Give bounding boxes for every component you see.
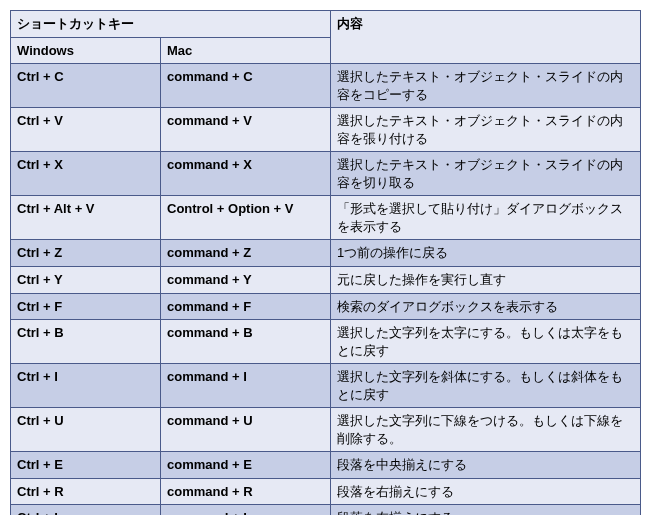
cell-windows: Ctrl + I (11, 364, 161, 408)
cell-mac: command + R (161, 478, 331, 505)
cell-windows: Ctrl + U (11, 408, 161, 452)
cell-windows: Ctrl + C (11, 64, 161, 108)
cell-description: 選択したテキスト・オブジェクト・スライドの内容を張り付ける (331, 108, 641, 152)
cell-mac: command + E (161, 452, 331, 479)
cell-windows: Ctrl + B (11, 320, 161, 364)
cell-mac: command + F (161, 293, 331, 320)
cell-mac: command + B (161, 320, 331, 364)
shortcut-table: ショートカットキー 内容 Windows Mac Ctrl + Ccommand… (10, 10, 641, 515)
table-row: Ctrl + Ucommand + U選択した文字列に下線をつける。もしくは下線… (11, 408, 641, 452)
table-row: Ctrl + Lcommand + L段落を左揃えにする (11, 505, 641, 515)
cell-mac: command + C (161, 64, 331, 108)
cell-description: 選択した文字列に下線をつける。もしくは下線を削除する。 (331, 408, 641, 452)
cell-description: 段落を左揃えにする (331, 505, 641, 515)
cell-description: 「形式を選択して貼り付け」ダイアログボックスを表示する (331, 196, 641, 240)
cell-description: 選択したテキスト・オブジェクト・スライドの内容を切り取る (331, 152, 641, 196)
table-row: Ctrl + Ycommand + Y元に戻した操作を実行し直す (11, 267, 641, 294)
cell-windows: Ctrl + Y (11, 267, 161, 294)
table-row: Ctrl + Ccommand + C選択したテキスト・オブジェクト・スライドの… (11, 64, 641, 108)
cell-description: 1つ前の操作に戻る (331, 240, 641, 267)
cell-description: 選択したテキスト・オブジェクト・スライドの内容をコピーする (331, 64, 641, 108)
table-row: Ctrl + Alt + VControl + Option + V「形式を選択… (11, 196, 641, 240)
header-content: 内容 (331, 11, 641, 64)
cell-windows: Ctrl + F (11, 293, 161, 320)
header-shortcut: ショートカットキー (11, 11, 331, 38)
cell-description: 段落を右揃えにする (331, 478, 641, 505)
header-windows: Windows (11, 37, 161, 64)
cell-description: 段落を中央揃えにする (331, 452, 641, 479)
header-row-1: ショートカットキー 内容 (11, 11, 641, 38)
table-row: Ctrl + Vcommand + V選択したテキスト・オブジェクト・スライドの… (11, 108, 641, 152)
table-row: Ctrl + Icommand + I選択した文字列を斜体にする。もしくは斜体を… (11, 364, 641, 408)
cell-mac: command + U (161, 408, 331, 452)
cell-mac: Control + Option + V (161, 196, 331, 240)
cell-description: 検索のダイアログボックスを表示する (331, 293, 641, 320)
cell-windows: Ctrl + L (11, 505, 161, 515)
cell-windows: Ctrl + X (11, 152, 161, 196)
table-row: Ctrl + Zcommand + Z1つ前の操作に戻る (11, 240, 641, 267)
cell-windows: Ctrl + R (11, 478, 161, 505)
cell-windows: Ctrl + V (11, 108, 161, 152)
cell-mac: command + X (161, 152, 331, 196)
cell-mac: command + I (161, 364, 331, 408)
cell-windows: Ctrl + Z (11, 240, 161, 267)
table-row: Ctrl + Xcommand + X選択したテキスト・オブジェクト・スライドの… (11, 152, 641, 196)
cell-windows: Ctrl + Alt + V (11, 196, 161, 240)
cell-mac: command + V (161, 108, 331, 152)
cell-mac: command + L (161, 505, 331, 515)
header-mac: Mac (161, 37, 331, 64)
cell-windows: Ctrl + E (11, 452, 161, 479)
table-row: Ctrl + Ecommand + E段落を中央揃えにする (11, 452, 641, 479)
table-row: Ctrl + Fcommand + F検索のダイアログボックスを表示する (11, 293, 641, 320)
cell-mac: command + Y (161, 267, 331, 294)
cell-description: 元に戻した操作を実行し直す (331, 267, 641, 294)
table-row: Ctrl + Rcommand + R段落を右揃えにする (11, 478, 641, 505)
cell-description: 選択した文字列を斜体にする。もしくは斜体をもとに戻す (331, 364, 641, 408)
table-row: Ctrl + Bcommand + B選択した文字列を太字にする。もしくは太字を… (11, 320, 641, 364)
cell-mac: command + Z (161, 240, 331, 267)
cell-description: 選択した文字列を太字にする。もしくは太字をもとに戻す (331, 320, 641, 364)
